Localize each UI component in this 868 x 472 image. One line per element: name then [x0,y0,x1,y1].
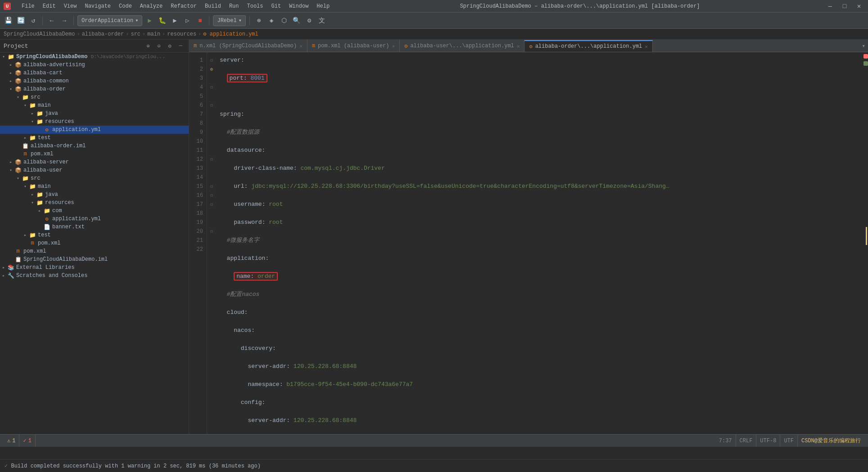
tree-pom-root[interactable]: ▸ m pom.xml [0,247,189,255]
tab-close-icon[interactable]: ✕ [392,43,395,49]
toolbar-back-btn[interactable]: ← [46,15,57,26]
toolbar-run-btn[interactable]: ▶ [144,15,155,26]
fold-20[interactable]: ⊟ [207,227,216,236]
close-button[interactable]: ✕ [854,1,864,12]
tab-pom-user[interactable]: m pom.xml (alibaba-user) ✕ [307,40,400,52]
tree-scratches[interactable]: ▸ 🔧 Scratches and Consoles [0,272,189,280]
sidebar-hide-icon[interactable]: — [176,41,185,50]
tab-close-icon[interactable]: ✕ [517,43,520,49]
toolbar-profile-btn[interactable]: ◈ [266,15,277,26]
tree-test[interactable]: ▸ 📁 test [0,134,189,142]
status-warnings[interactable]: ⚠ 1 [4,435,19,447]
tree-main[interactable]: ▾ 📁 main [0,101,189,109]
code-editor[interactable]: server: port: 8001 spring: #配置数据源 dataso… [216,52,862,438]
tab-order-yml[interactable]: ⚙ alibaba-order\...\application.yml ✕ [524,40,653,52]
menu-help[interactable]: Help [313,2,333,10]
tree-application-yml-order[interactable]: ▸ ⚙ application.yml [0,126,189,134]
toolbar-translate-btn[interactable]: 文 [316,15,327,26]
menu-file[interactable]: File [18,2,38,10]
tree-root-iml[interactable]: ▸ 📋 SpringCloudAlibabaDemo.iml [0,255,189,263]
toolbar-search-btn[interactable]: 🔍 [291,15,302,26]
fold-16[interactable]: ⊟ [207,191,216,200]
fold-1[interactable]: ⊟ [207,56,216,65]
toolbar-save-btn[interactable]: 💾 [3,15,14,26]
line-16: nacos: [220,326,858,335]
toolbar-debug-btn[interactable]: 🐛 [157,15,167,26]
fold-6[interactable]: ⊟ [207,101,216,110]
menu-run[interactable]: Run [226,2,243,10]
tree-resources[interactable]: ▾ 📁 resources [0,118,189,126]
status-crlf[interactable]: CRLF [736,435,757,447]
tree-com-user[interactable]: ▸ 📁 com [0,207,189,215]
tree-alibaba-cart[interactable]: ▸ 📦 alibaba-cart [0,69,189,77]
toolbar-run3-btn[interactable]: ▷ [182,15,193,26]
menu-code[interactable]: Code [115,2,136,10]
breadcrumb-part-5[interactable]: resources [167,31,196,37]
toolbar-refresh-btn[interactable]: ↺ [28,15,39,26]
tree-banner-txt[interactable]: ▸ 📄 banner.txt [0,223,189,231]
tree-alibaba-common[interactable]: ▸ 📦 alibaba-common [0,77,189,85]
tree-src[interactable]: ▾ 📁 src [0,93,189,101]
toolbar-coverage-btn[interactable]: ⊕ [253,15,264,26]
toolbar-run2-btn[interactable]: ▶ [169,15,180,26]
sidebar-expand-icon[interactable]: ⊕ [144,41,153,50]
fold-4[interactable]: ⊟ [207,83,216,92]
tree-application-yml-user[interactable]: ▸ ⚙ application.yml [0,215,189,223]
status-bar: ⚠ 1 ✓ 1 7:37 CRLF UTF-8 UTF CSDN@爱音乐的编程旅… [0,434,868,447]
sidebar-settings-icon[interactable]: ⚙ [165,41,174,50]
maximize-button[interactable]: □ [839,1,850,12]
tree-root[interactable]: ▾ 📁 SpringCloudAlibabaDemo D:\JavaCode\S… [0,53,189,61]
menu-tools[interactable]: Tools [244,2,267,10]
minimize-button[interactable]: — [825,1,836,12]
tab-n-xml[interactable]: m n.xml (SpringCloudAlibabaDemo) ✕ [189,40,307,52]
fold-17[interactable]: ⊟ [207,200,216,209]
breadcrumb-part-3[interactable]: src [131,31,140,37]
status-utf8[interactable]: UTF-8 [756,435,780,447]
jrebel-config-dropdown[interactable]: JRebel ▾ [213,15,245,26]
tree-java[interactable]: ▸ 📁 java [0,109,189,118]
status-errors[interactable]: ✓ 1 [19,435,35,447]
tree-pom-user[interactable]: ▸ m pom.xml [0,239,189,247]
tree-alibaba-user[interactable]: ▾ 📦 alibaba-user [0,166,189,174]
menu-build[interactable]: Build [201,2,225,10]
tab-close-icon[interactable]: ✕ [299,43,303,49]
tree-alibaba-advertising[interactable]: ▸ 📦 alibaba-advertising [0,61,189,69]
toolbar-separator-4 [249,16,250,25]
tab-close-icon[interactable]: ✕ [645,44,648,50]
menu-window[interactable]: Window [285,2,312,10]
breadcrumb-part-4[interactable]: main [147,31,160,37]
menu-navigate[interactable]: Navigate [81,2,114,10]
toolbar-gear-btn[interactable]: ⚙ [304,15,315,26]
tree-alibaba-order[interactable]: ▾ 📦 alibaba-order [0,85,189,93]
tree-external-libraries[interactable]: ▸ 📚 External Libraries [0,263,189,272]
menu-view[interactable]: View [60,2,81,10]
menu-analyze[interactable]: Analyze [136,2,166,10]
tab-user-yml[interactable]: ⚙ alibaba-user\...\application.yml ✕ [400,40,524,52]
tree-resources-user[interactable]: ▾ 📁 resources [0,199,189,207]
run-config-dropdown[interactable]: OrderApplication ▾ [77,15,142,26]
menu-refactor[interactable]: Refactor [167,2,200,10]
menu-edit[interactable]: Edit [39,2,59,10]
breadcrumb-part-6[interactable]: ⚙ application.yml [203,31,258,37]
tree-test-user[interactable]: ▸ 📁 test [0,231,189,239]
status-indent[interactable]: UTF [780,435,798,447]
breadcrumb-part-1[interactable]: SpringCloudAlibabaDemo [4,31,75,37]
toolbar-stop-btn[interactable]: ■ [194,15,205,26]
tree-order-pom[interactable]: ▸ m pom.xml [0,150,189,158]
fold-15[interactable]: ⊟ [207,182,216,191]
toolbar-forward-btn[interactable]: → [59,15,70,26]
tree-alibaba-server[interactable]: ▸ 📦 alibaba-server [0,158,189,166]
status-line-col[interactable]: 7:37 [715,435,736,447]
tree-order-iml[interactable]: ▸ 📋 alibaba-order.iml [0,142,189,150]
toolbar-debug2-btn[interactable]: ⬡ [279,15,289,26]
tree-main-user[interactable]: ▾ 📁 main [0,182,189,191]
tree-src-user[interactable]: ▾ 📁 src [0,174,189,182]
tree-java-user[interactable]: ▸ 📁 java [0,191,189,199]
menu-git[interactable]: Git [268,2,285,10]
breadcrumb-part-2[interactable]: alibaba-order [82,31,124,37]
tabs-more-button[interactable]: ▾ [859,40,868,52]
sidebar-collapse-icon[interactable]: ⊖ [154,41,163,50]
fold-12[interactable]: ⊟ [207,155,216,164]
toolbar-sync-btn[interactable]: 🔄 [15,15,26,26]
line-10: password: root [220,218,858,227]
